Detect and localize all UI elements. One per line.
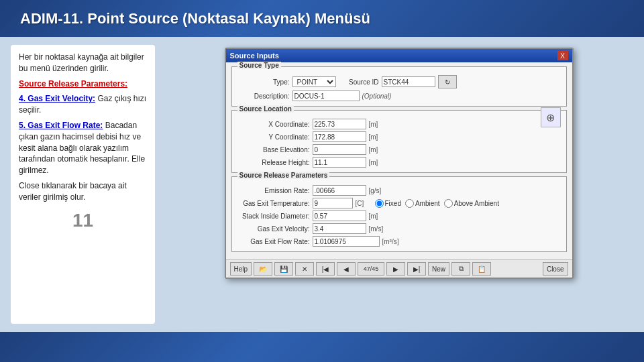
source-release-section: Source Release Parameters Emission Rate:… bbox=[231, 176, 567, 252]
source-id-input[interactable] bbox=[382, 76, 435, 87]
page-wrapper: ADIM-11. Point Source (Noktasal Kaynak) … bbox=[0, 0, 644, 362]
release-h-input[interactable] bbox=[313, 157, 366, 168]
dialog-close-button[interactable]: X bbox=[557, 51, 568, 60]
temp-radio-group: Fixed Ambient Above Ambient bbox=[375, 199, 499, 208]
release-h-label: Release Height: bbox=[236, 159, 310, 166]
emission-input[interactable] bbox=[313, 185, 366, 196]
gas-vel-label: Gas Exit Velocity: bbox=[236, 225, 310, 233]
gas-flow-unit: [m³/s] bbox=[382, 238, 399, 245]
stack-dia-unit: [m] bbox=[369, 213, 386, 220]
emission-row: Emission Rate: [g/s] bbox=[236, 185, 562, 196]
base-elev-row: Base Elevation: [m] bbox=[236, 144, 562, 155]
y-coord-row: Y Coordinate: [m] bbox=[236, 131, 562, 142]
x-coord-label: X Coordinate: bbox=[236, 121, 310, 128]
optional-label: (Optional) bbox=[362, 93, 392, 100]
gas-flow-label: Gas Exit Flow Rate: bbox=[236, 238, 310, 245]
stack-dia-input[interactable] bbox=[313, 210, 366, 221]
content-area: Her bir noktasal kaynağa ait bilgiler bu… bbox=[0, 37, 644, 332]
close-text: Close tıklanarak bir bacaya ait veriler … bbox=[19, 181, 127, 202]
y-coord-unit: [m] bbox=[369, 133, 386, 141]
dialog-toolbar: Help 📂 💾 ✕ |◀ ◀ 47/45 ▶ ▶| New ⧉ 📋 Close bbox=[226, 259, 572, 278]
source-location-content: X Coordinate: [m] Y Coordinate: [m] Base… bbox=[236, 119, 562, 168]
type-row: Type: POINT Source ID ↻ bbox=[236, 75, 562, 88]
gas-vel-input[interactable] bbox=[313, 223, 366, 234]
x-coord-unit: [m] bbox=[369, 121, 386, 128]
page-title: ADIM-11. Point Source (Noktasal Kaynak) … bbox=[20, 10, 370, 27]
paste-button[interactable]: 📋 bbox=[472, 262, 491, 276]
radio-ambient[interactable]: Ambient bbox=[405, 199, 440, 208]
left-panel: Her bir noktasal kaynağa ait bilgiler bu… bbox=[11, 45, 155, 324]
base-elev-input[interactable] bbox=[313, 144, 366, 155]
desc-input[interactable] bbox=[292, 90, 360, 101]
record-number: 47/45 bbox=[358, 262, 384, 276]
y-coord-label: Y Coordinate: bbox=[236, 133, 310, 141]
base-elev-unit: [m] bbox=[369, 146, 386, 154]
dialog-titlebar: Source Inputs X bbox=[226, 49, 572, 62]
refresh-button[interactable]: ↻ bbox=[438, 75, 457, 88]
stack-dia-label: Stack Inside Diameter: bbox=[236, 213, 310, 220]
source-release-content: Emission Rate: [g/s] Gas Exit Temperatur… bbox=[236, 185, 562, 247]
emission-label: Emission Rate: bbox=[236, 187, 310, 194]
gas-temp-input[interactable] bbox=[313, 198, 353, 208]
x-coord-input[interactable] bbox=[313, 119, 366, 129]
source-type-content: Type: POINT Source ID ↻ Description: bbox=[236, 75, 562, 101]
y-coord-input[interactable] bbox=[313, 131, 366, 142]
release-h-unit: [m] bbox=[369, 159, 386, 166]
new-button[interactable]: New bbox=[428, 262, 449, 276]
dialog-body: Source Type Type: POINT Source ID ↻ bbox=[226, 62, 572, 259]
header: ADIM-11. Point Source (Noktasal Kaynak) … bbox=[0, 0, 644, 37]
gas-temp-label: Gas Exit Temperature: bbox=[236, 200, 310, 207]
right-panel: Source Inputs X Source Type Type: POINT bbox=[164, 45, 633, 324]
page-number: 11 bbox=[19, 207, 147, 233]
dialog-window: Source Inputs X Source Type Type: POINT bbox=[225, 48, 574, 279]
footer bbox=[0, 332, 644, 362]
next-button[interactable]: ▶ bbox=[386, 262, 405, 276]
copy-button[interactable]: ⧉ bbox=[451, 262, 470, 276]
x-coord-row: X Coordinate: [m] bbox=[236, 119, 562, 129]
release-h-row: Release Height: [m] bbox=[236, 157, 562, 168]
gas-vel-unit: [m/s] bbox=[369, 225, 386, 233]
gas-vel-row: Gas Exit Velocity: [m/s] bbox=[236, 223, 562, 234]
first-button[interactable]: |◀ bbox=[316, 262, 335, 276]
radio-above-ambient[interactable]: Above Ambient bbox=[444, 199, 499, 208]
delete-button[interactable]: ✕ bbox=[295, 262, 314, 276]
item5-label: 5. Gas Exit Flow Rate: bbox=[19, 121, 103, 130]
source-id-label: Source ID bbox=[339, 78, 379, 86]
prev-button[interactable]: ◀ bbox=[337, 262, 356, 276]
type-select[interactable]: POINT bbox=[292, 76, 336, 87]
gas-flow-row: Gas Exit Flow Rate: [m³/s] bbox=[236, 236, 562, 247]
desc-label: Description: bbox=[236, 93, 290, 100]
section1-label: Source Release Parameters: bbox=[19, 79, 127, 88]
open-button[interactable]: 📂 bbox=[254, 262, 272, 276]
save-button[interactable]: 💾 bbox=[274, 262, 293, 276]
help-button[interactable]: Help bbox=[230, 262, 252, 276]
base-elev-label: Base Elevation: bbox=[236, 146, 310, 154]
last-button[interactable]: ▶| bbox=[407, 262, 426, 276]
source-type-title: Source Type bbox=[237, 62, 281, 69]
source-type-section: Source Type Type: POINT Source ID ↻ bbox=[231, 66, 567, 107]
desc-row: Description: (Optional) bbox=[236, 90, 562, 101]
gas-flow-input[interactable] bbox=[313, 236, 380, 247]
intro-text: Her bir noktasal kaynağa ait bilgiler bu… bbox=[19, 52, 147, 74]
item4-label: 4. Gas Exit Velocity: bbox=[19, 94, 95, 103]
type-label: Type: bbox=[236, 78, 290, 86]
stack-dia-row: Stack Inside Diameter: [m] bbox=[236, 210, 562, 221]
source-release-title: Source Release Parameters bbox=[237, 172, 330, 179]
source-location-title: Source Location bbox=[237, 105, 294, 113]
emission-unit: [g/s] bbox=[369, 187, 386, 194]
close-button[interactable]: Close bbox=[543, 262, 568, 276]
dialog-title: Source Inputs bbox=[230, 52, 279, 60]
gas-temp-unit: [C] bbox=[356, 200, 372, 207]
radio-fixed[interactable]: Fixed bbox=[375, 199, 401, 208]
gas-temp-row: Gas Exit Temperature: [C] Fixed bbox=[236, 198, 562, 208]
map-crosshair-icon[interactable]: ⊕ bbox=[541, 107, 561, 127]
source-location-section: Source Location X Coordinate: [m] Y Coor… bbox=[231, 110, 567, 173]
